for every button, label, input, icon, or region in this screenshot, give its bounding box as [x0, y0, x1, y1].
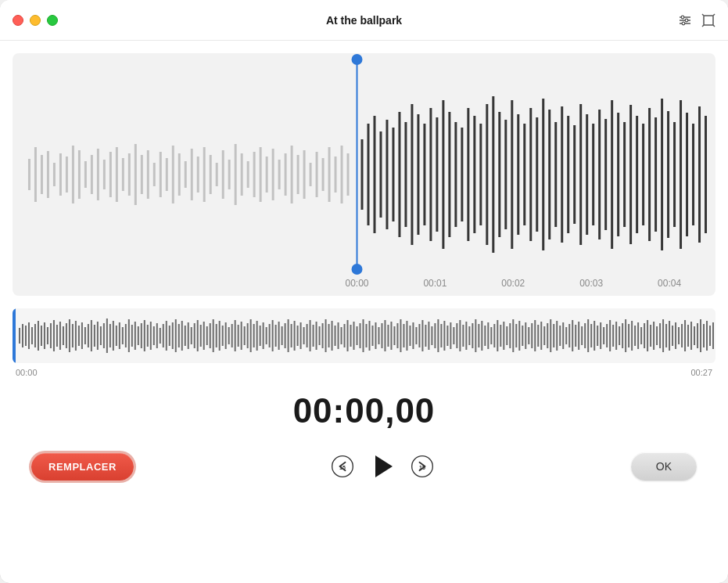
play-button[interactable]: [372, 455, 393, 477]
svg-rect-256: [415, 327, 417, 344]
svg-rect-347: [700, 319, 701, 352]
svg-rect-211: [275, 325, 277, 347]
svg-rect-343: [687, 325, 689, 347]
svg-rect-25: [116, 147, 118, 202]
svg-rect-247: [387, 325, 389, 347]
svg-rect-148: [78, 326, 80, 346]
svg-rect-171: [150, 322, 152, 350]
close-button[interactable]: [13, 15, 23, 26]
svg-rect-275: [475, 319, 476, 352]
svg-rect-301: [556, 321, 558, 351]
svg-rect-49: [266, 157, 268, 193]
title-bar: At the ballpark: [0, 0, 728, 41]
svg-rect-203: [250, 319, 252, 352]
svg-rect-174: [160, 328, 161, 344]
svg-rect-168: [141, 323, 142, 348]
maximize-button[interactable]: [47, 15, 58, 26]
svg-rect-37: [191, 149, 193, 200]
svg-rect-220: [303, 327, 305, 344]
svg-rect-155: [100, 326, 102, 345]
svg-rect-54: [297, 155, 299, 194]
svg-rect-52: [285, 153, 287, 196]
skip-forward-button[interactable]: 15: [408, 452, 436, 480]
svg-rect-263: [437, 319, 439, 352]
svg-rect-310: [584, 323, 586, 348]
svg-rect-214: [285, 323, 286, 348]
svg-rect-210: [272, 320, 274, 351]
svg-rect-11: [28, 159, 30, 190]
svg-rect-189: [206, 326, 208, 345]
svg-rect-163: [125, 324, 127, 347]
svg-rect-291: [525, 322, 526, 349]
svg-rect-105: [623, 122, 626, 227]
svg-rect-164: [128, 319, 130, 352]
svg-point-5: [682, 22, 685, 25]
svg-rect-182: [185, 326, 186, 346]
svg-rect-137: [44, 322, 45, 349]
svg-rect-298: [547, 323, 548, 348]
svg-line-7: [702, 14, 704, 16]
skip-back-button[interactable]: 15: [328, 452, 357, 480]
svg-rect-268: [453, 327, 454, 344]
svg-rect-47: [253, 152, 256, 197]
svg-rect-113: [673, 122, 676, 227]
svg-rect-19: [78, 150, 81, 199]
svg-rect-205: [256, 321, 258, 351]
waveform-detail-svg: 00:00 00:01 00:02 00:03 00:04 00:: [13, 53, 715, 296]
svg-rect-94: [554, 122, 557, 227]
svg-rect-13: [41, 155, 43, 194]
svg-rect-151: [88, 324, 89, 347]
svg-rect-14: [47, 151, 49, 198]
svg-rect-327: [637, 322, 639, 349]
svg-rect-36: [185, 161, 187, 188]
svg-rect-62: [347, 153, 350, 196]
svg-point-3: [681, 16, 684, 19]
svg-rect-231: [338, 322, 339, 349]
svg-rect-284: [503, 322, 504, 350]
svg-rect-186: [197, 320, 199, 351]
svg-rect-82: [479, 124, 482, 225]
svg-rect-260: [428, 322, 429, 350]
waveform-overview[interactable]: [13, 308, 715, 363]
svg-rect-293: [531, 323, 533, 348]
svg-rect-335: [662, 319, 664, 352]
settings-icon[interactable]: [678, 13, 692, 27]
svg-rect-287: [512, 319, 514, 352]
svg-rect-160: [116, 326, 117, 346]
svg-rect-136: [41, 326, 42, 346]
svg-rect-114: [680, 100, 682, 249]
replace-button[interactable]: REMPLACER: [31, 453, 134, 480]
svg-rect-87: [511, 100, 513, 249]
svg-rect-28: [134, 144, 137, 205]
svg-rect-57: [316, 152, 318, 197]
ok-button[interactable]: OK: [631, 452, 697, 480]
svg-rect-68: [392, 128, 394, 221]
svg-rect-143: [63, 326, 64, 345]
svg-rect-234: [347, 320, 349, 351]
svg-rect-34: [172, 146, 174, 203]
svg-rect-91: [536, 117, 538, 232]
svg-rect-331: [650, 325, 651, 347]
waveform-overview-svg: [13, 308, 715, 363]
svg-rect-240: [365, 324, 367, 347]
minimize-button[interactable]: [30, 15, 41, 26]
svg-rect-345: [694, 326, 695, 345]
svg-rect-305: [568, 324, 570, 347]
svg-rect-131: [25, 326, 27, 346]
svg-rect-222: [310, 320, 311, 351]
svg-rect-317: [606, 324, 608, 347]
svg-rect-162: [122, 327, 124, 344]
crop-icon[interactable]: [701, 13, 715, 27]
svg-rect-38: [197, 157, 199, 193]
svg-rect-150: [84, 327, 86, 344]
svg-rect-350: [709, 326, 711, 346]
svg-rect-21: [91, 155, 93, 194]
waveform-detail[interactable]: 00:00 00:01 00:02 00:03 00:04 00:: [13, 53, 715, 296]
svg-point-120: [352, 54, 363, 65]
svg-rect-188: [203, 322, 205, 350]
svg-rect-187: [200, 325, 202, 347]
svg-text:00:01: 00:01: [423, 278, 446, 289]
svg-rect-46: [247, 161, 249, 188]
svg-rect-128: [13, 308, 16, 363]
svg-rect-265: [443, 321, 445, 351]
